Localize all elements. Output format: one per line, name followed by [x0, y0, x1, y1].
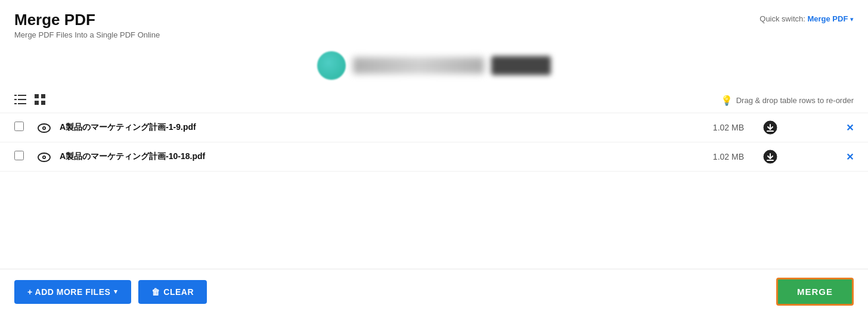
- page-header: Merge PDF Merge PDF Files Into a Single …: [0, 0, 868, 43]
- row-checkbox-1[interactable]: [14, 122, 33, 133]
- merge-button[interactable]: MERGE: [776, 278, 854, 306]
- add-more-label: + ADD MORE FILES: [27, 287, 110, 297]
- table-row: A製品のマーケティング計画-10-18.pdf 1.02 MB ✕: [0, 142, 868, 172]
- preview-icon-1[interactable]: [33, 122, 55, 134]
- file-size-1: 1.02 MB: [687, 123, 758, 132]
- banner-text: [353, 57, 484, 74]
- header-left: Merge PDF Merge PDF Files Into a Single …: [14, 11, 160, 39]
- banner-area: [0, 43, 868, 88]
- quick-switch-arrow[interactable]: ▾: [850, 15, 854, 23]
- svg-point-12: [44, 128, 45, 129]
- drag-hint-text: Drag & drop table rows to re-order: [736, 96, 854, 105]
- view-toggles: [14, 94, 45, 107]
- grid-view-icon[interactable]: [35, 94, 45, 107]
- action-bar-left: + ADD MORE FILES ▾ 🗑 CLEAR: [14, 280, 207, 304]
- delete-icon-1[interactable]: ✕: [830, 122, 854, 133]
- page-title: Merge PDF: [14, 11, 160, 29]
- banner-button: [491, 56, 551, 75]
- svg-point-18: [44, 157, 45, 158]
- row-checkbox-2[interactable]: [14, 151, 33, 163]
- file-name-1: A製品のマーケティング計画-1-9.pdf: [55, 122, 687, 133]
- quick-switch: Quick switch: Merge PDF ▾: [760, 14, 854, 23]
- delete-icon-2[interactable]: ✕: [830, 151, 854, 163]
- banner-logo: [317, 51, 346, 80]
- page-subtitle: Merge PDF Files Into a Single PDF Online: [14, 30, 160, 39]
- file-name-2: A製品のマーケティング計画-10-18.pdf: [55, 151, 687, 162]
- checkbox-1[interactable]: [14, 122, 24, 131]
- clear-label: CLEAR: [163, 287, 194, 297]
- clear-button[interactable]: 🗑 CLEAR: [138, 280, 207, 304]
- svg-rect-9: [41, 101, 45, 105]
- add-more-arrow: ▾: [114, 288, 118, 296]
- svg-rect-6: [35, 94, 39, 98]
- list-view-icon[interactable]: [14, 94, 26, 107]
- clear-trash-icon: 🗑: [151, 287, 160, 297]
- add-more-files-button[interactable]: + ADD MORE FILES ▾: [14, 280, 131, 304]
- bulb-icon: 💡: [721, 95, 733, 106]
- file-toolbar: 💡 Drag & drop table rows to re-order: [0, 88, 868, 113]
- quick-switch-label: Quick switch:: [760, 14, 805, 23]
- file-list: A製品のマーケティング計画-1-9.pdf 1.02 MB ✕ A製品のマーケテ…: [0, 113, 868, 172]
- download-icon-1[interactable]: [758, 120, 782, 135]
- preview-icon-2[interactable]: [33, 151, 55, 163]
- download-icon-2[interactable]: [758, 150, 782, 164]
- file-size-2: 1.02 MB: [687, 152, 758, 161]
- quick-switch-link[interactable]: Merge PDF: [807, 14, 848, 23]
- svg-rect-8: [35, 101, 39, 105]
- table-row: A製品のマーケティング計画-1-9.pdf 1.02 MB ✕: [0, 113, 868, 142]
- action-bar: + ADD MORE FILES ▾ 🗑 CLEAR MERGE: [0, 269, 868, 314]
- checkbox-2[interactable]: [14, 151, 24, 160]
- svg-rect-7: [41, 94, 45, 98]
- drag-hint: 💡 Drag & drop table rows to re-order: [721, 95, 854, 106]
